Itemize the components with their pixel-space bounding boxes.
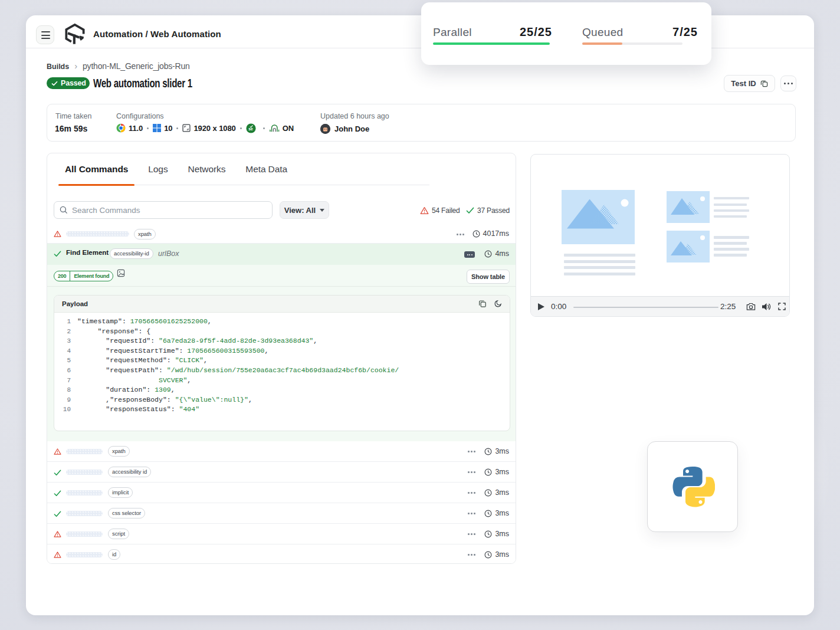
svg-text:se: se bbox=[248, 126, 253, 130]
